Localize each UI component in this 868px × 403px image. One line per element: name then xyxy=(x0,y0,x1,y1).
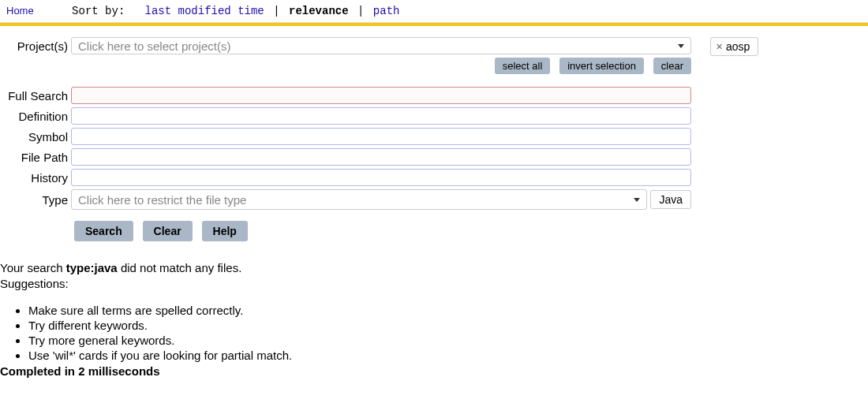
full-search-input[interactable] xyxy=(71,87,691,104)
history-label: History xyxy=(6,171,71,185)
definition-label: Definition xyxy=(6,110,71,123)
file-path-input[interactable] xyxy=(71,148,691,166)
list-item: Use 'wil*' cards if you are looking for … xyxy=(28,349,868,362)
sort-sep: | xyxy=(357,5,364,17)
caret-down-icon xyxy=(634,198,640,202)
definition-input[interactable] xyxy=(71,107,691,125)
project-tag-aosp[interactable]: ✕ aosp xyxy=(710,37,758,56)
accent-bar xyxy=(0,23,868,26)
sort-last-modified[interactable]: last modified time xyxy=(145,5,264,17)
projects-select[interactable]: Click here to select project(s) xyxy=(71,37,691,54)
list-item: Try more general keywords. xyxy=(28,334,868,347)
select-all-button[interactable]: select all xyxy=(495,58,551,74)
clear-button[interactable]: Clear xyxy=(143,221,193,241)
type-label: Type xyxy=(6,193,71,207)
file-path-label: File Path xyxy=(6,151,71,164)
suggestions-list: Make sure all terms are spelled correctl… xyxy=(0,304,868,362)
clear-projects-button[interactable]: clear xyxy=(653,58,691,74)
projects-placeholder: Click here to select project(s) xyxy=(78,39,230,53)
sort-path[interactable]: path xyxy=(373,5,400,17)
topbar: Home Sort by: last modified time | relev… xyxy=(0,0,868,23)
completed-time: Completed in 2 milliseconds xyxy=(0,364,868,379)
home-link[interactable]: Home xyxy=(6,5,34,17)
type-select[interactable]: Click here to restrict the file type xyxy=(71,189,647,210)
invert-selection-button[interactable]: invert selection xyxy=(559,58,644,74)
search-button[interactable]: Search xyxy=(74,221,133,241)
suggestions-label: Suggestions: xyxy=(0,276,868,292)
symbol-input[interactable] xyxy=(71,128,691,145)
symbol-label: Symbol xyxy=(6,130,71,144)
project-tag-label: aosp xyxy=(726,40,750,53)
type-java-button[interactable]: Java xyxy=(650,190,691,209)
sort-sep: | xyxy=(273,5,279,17)
list-item: Try different keywords. xyxy=(28,319,868,332)
close-icon[interactable]: ✕ xyxy=(716,42,723,52)
type-placeholder: Click here to restrict the file type xyxy=(78,193,246,207)
caret-down-icon xyxy=(678,44,684,48)
full-search-label: Full Search xyxy=(6,89,71,103)
no-match-message: Your search type:java did not match any … xyxy=(0,260,868,276)
history-input[interactable] xyxy=(71,169,691,186)
sort-by-label: Sort by: xyxy=(72,5,125,17)
help-button[interactable]: Help xyxy=(202,221,248,241)
sort-relevance[interactable]: relevance xyxy=(289,5,349,17)
projects-label: Project(s) xyxy=(6,39,71,53)
list-item: Make sure all terms are spelled correctl… xyxy=(28,304,868,317)
results-area: Your search type:java did not match any … xyxy=(0,260,868,379)
